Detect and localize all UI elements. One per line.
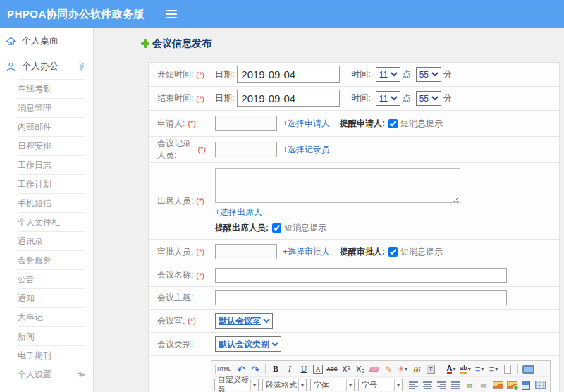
end-minute-select[interactable]: 55 xyxy=(416,91,441,106)
sidebar-subitem[interactable]: 电子期刊 xyxy=(18,345,85,365)
sidebar-subitem[interactable]: 在线考勤 xyxy=(18,79,85,98)
font-family-select[interactable]: 字体▾ xyxy=(310,379,355,391)
meeting-category-select[interactable]: 默认会议类别 xyxy=(215,336,281,352)
italic-icon[interactable]: I xyxy=(283,363,296,375)
link-icon[interactable]: ∞ xyxy=(463,379,476,391)
sidebar-subitem[interactable]: 消息管理 xyxy=(18,98,85,117)
sidebar-subitem[interactable]: 日程安排 xyxy=(18,136,85,155)
align-right-icon[interactable] xyxy=(435,379,448,391)
highlight-color-icon[interactable]: ab▾ xyxy=(459,363,472,375)
image-icon[interactable] xyxy=(491,379,504,391)
sidebar-subitem[interactable]: 工作日志 xyxy=(18,155,85,174)
editor-toolbar: HTML↶↷BIUAABCX²X₂✎✳▾66A▾ab▾≡▾≡▾ 自定义标题▾段落… xyxy=(212,361,550,392)
redo-icon[interactable]: ↷ xyxy=(249,363,262,375)
end-hour-select[interactable]: 11 xyxy=(376,91,400,106)
align-center-icon[interactable] xyxy=(421,379,434,391)
meeting-room-select[interactable]: 默认会议室 xyxy=(215,313,273,329)
superscript-icon[interactable]: X² xyxy=(340,363,352,375)
menu-icon[interactable] xyxy=(166,10,177,18)
form-row-attendees: 出席人员: (*) +选择出席人 提醒出席人员: 短消息提示 xyxy=(149,163,559,240)
page-layout-icon[interactable] xyxy=(520,379,532,391)
form-row-editor: HTML↶↷BIUAABCX²X₂✎✳▾66A▾ab▾≡▾≡▾ 自定义标题▾段落… xyxy=(149,356,559,392)
align-left-icon[interactable] xyxy=(407,379,419,391)
sidebar-submenu: 在线考勤消息管理内部邮件日程安排工作日志工作计划手机短信个人文件柜通讯录会务服务… xyxy=(18,79,85,365)
font-size-select[interactable]: 字号▾ xyxy=(358,379,403,391)
required-mark: (*) xyxy=(196,94,204,103)
sidebar-item-label: 个人桌面 xyxy=(22,35,59,47)
sidebar-subitem[interactable]: 大事记 xyxy=(18,307,85,326)
strikethrough-icon[interactable]: ABC xyxy=(326,363,338,375)
subscript-icon[interactable]: X₂ xyxy=(354,363,367,375)
remind-applicant-label: 提醒申请人: xyxy=(340,118,385,130)
choose-recorder-link[interactable]: +选择记录员 xyxy=(283,144,330,156)
attendees-textarea[interactable] xyxy=(215,168,460,203)
new-page-icon[interactable] xyxy=(501,363,514,375)
recorder-input[interactable] xyxy=(215,142,277,157)
sidebar-item-personal-settings[interactable]: 个人设置 ≫ xyxy=(18,365,85,384)
blockquote-icon[interactable]: 66 xyxy=(410,363,423,375)
minute-suffix: 分 xyxy=(443,68,452,80)
toolbar-separator xyxy=(265,364,266,374)
page-title: 会议信息发布 xyxy=(141,37,564,50)
approver-sms-checkbox[interactable] xyxy=(388,247,398,257)
remind-attendees-label: 提醒出席人员: xyxy=(215,222,269,234)
start-minute-select[interactable]: 55 xyxy=(416,67,441,82)
clear-format-icon[interactable]: ✳▾ xyxy=(396,363,409,375)
meeting-name-input[interactable] xyxy=(215,268,507,283)
sidebar-item-personal-desktop[interactable]: 个人桌面 xyxy=(0,28,93,54)
form-row-start-time: 开始时间: (*) 日期: 时间: 11 点 55 分 xyxy=(149,63,559,87)
align-justify-icon[interactable] xyxy=(449,379,462,391)
toolbar-separator xyxy=(517,364,518,374)
sidebar-item-supervision[interactable]: 督查督办 ≫ xyxy=(0,384,93,392)
sidebar-subitem[interactable]: 个人文件柜 xyxy=(18,212,85,231)
choose-attendees-link[interactable]: +选择出席人 xyxy=(215,207,262,219)
hour-suffix: 点 xyxy=(403,92,411,104)
sidebar-item-personal-office[interactable]: 个人办公 ≫ xyxy=(0,54,93,79)
table-icon[interactable] xyxy=(534,379,546,391)
end-date-input[interactable] xyxy=(237,90,340,107)
sidebar: 个人桌面 个人办公 ≫ 在线考勤消息管理内部邮件日程安排工作日志工作计划手机短信… xyxy=(0,28,94,392)
field-label: 会议类别: xyxy=(157,338,193,350)
sidebar-subitem[interactable]: 通讯录 xyxy=(18,231,85,250)
sms-label: 短消息提示 xyxy=(284,222,326,234)
paste-icon[interactable] xyxy=(424,363,437,375)
attendees-sms-checkbox[interactable] xyxy=(272,223,281,233)
sidebar-subitem[interactable]: 通知 xyxy=(18,288,85,307)
applicant-sms-checkbox[interactable] xyxy=(388,119,398,128)
sidebar-subitem[interactable]: 内部邮件 xyxy=(18,117,85,136)
sidebar-subitem[interactable]: 会务服务 xyxy=(18,250,85,269)
ordered-list-icon[interactable]: ≡▾ xyxy=(473,363,486,375)
heading-select[interactable]: 自定义标题▾ xyxy=(214,379,259,391)
main-content: 会议信息发布 开始时间: (*) 日期: 时间: 11 点 55 分 结束时间:… xyxy=(94,28,564,392)
underline-icon[interactable]: U xyxy=(298,363,310,375)
sidebar-subitem[interactable]: 公告 xyxy=(18,269,85,288)
chevron-down-icon: ▾ xyxy=(298,379,306,391)
font-border-icon[interactable]: A xyxy=(312,363,324,375)
paragraph-format-select[interactable]: 段落格式▾ xyxy=(262,379,307,391)
format-brush-icon[interactable]: ✎ xyxy=(382,363,395,375)
fullscreen-icon[interactable] xyxy=(522,363,534,375)
chevron-down-icon: ▾ xyxy=(250,379,258,391)
unlink-icon[interactable]: ∞ xyxy=(477,379,490,391)
field-label: 出席人员: xyxy=(157,195,193,207)
font-color-icon[interactable]: A▾ xyxy=(445,363,458,375)
html-source-icon[interactable]: HTML xyxy=(215,363,233,375)
approver-input[interactable] xyxy=(215,244,277,259)
unordered-list-icon[interactable]: ≡▾ xyxy=(487,363,500,375)
applicant-input[interactable] xyxy=(215,116,277,131)
required-mark: (*) xyxy=(188,317,196,325)
sidebar-subitem[interactable]: 工作计划 xyxy=(18,174,85,193)
choose-approver-link[interactable]: +选择审批人 xyxy=(283,246,330,258)
sidebar-subitem[interactable]: 手机短信 xyxy=(18,193,85,212)
start-date-input[interactable] xyxy=(237,66,340,83)
bold-icon[interactable]: B xyxy=(269,363,282,375)
eraser-icon[interactable] xyxy=(368,363,381,375)
insert-image-icon[interactable] xyxy=(505,379,518,391)
meeting-topic-input[interactable] xyxy=(215,290,507,305)
choose-applicant-link[interactable]: +选择申请人 xyxy=(283,118,330,130)
start-hour-select[interactable]: 11 xyxy=(376,67,400,82)
form-row-recorder: 会议记录人员: (*) +选择记录员 xyxy=(149,137,559,163)
undo-icon[interactable]: ↶ xyxy=(235,363,247,375)
required-mark: (*) xyxy=(197,145,206,154)
sidebar-subitem[interactable]: 新闻 xyxy=(18,326,85,345)
